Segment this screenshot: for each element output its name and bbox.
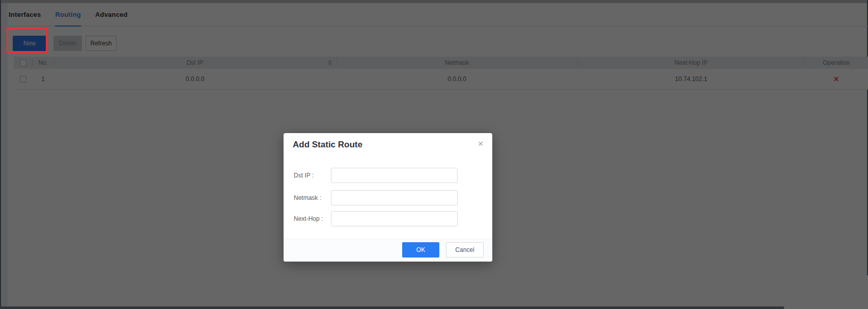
cancel-button[interactable]: Cancel (446, 242, 484, 258)
netmask-label: Netmask : (294, 194, 321, 202)
netmask-field[interactable] (331, 190, 458, 205)
annotation-highlight-rect (7, 28, 47, 53)
dialog-title: Add Static Route (293, 140, 362, 150)
next-hop-label: Next-Hop : (294, 215, 323, 223)
routing-settings-page: Interfaces Routing Advanced New Delete R… (0, 0, 868, 309)
dst-ip-field[interactable] (331, 168, 458, 183)
dialog-footer: OK Cancel (284, 239, 492, 262)
next-hop-field[interactable] (331, 211, 458, 226)
dialog-close-icon[interactable]: ✕ (478, 140, 484, 147)
dst-ip-label: Dst IP : (294, 171, 314, 179)
ok-button[interactable]: OK (402, 242, 439, 258)
add-static-route-dialog: Add Static Route ✕ Dst IP : Netmask : Ne… (284, 133, 492, 262)
